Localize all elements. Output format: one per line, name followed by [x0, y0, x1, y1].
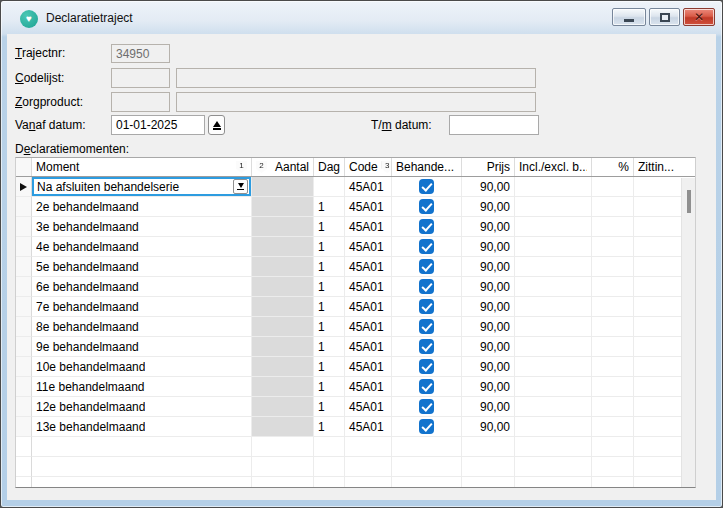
row-selector-cell[interactable] — [16, 397, 32, 417]
dropdown-button[interactable] — [233, 179, 248, 194]
column-header-code[interactable]: Code 3 — [345, 158, 392, 176]
table-row[interactable]: 11e behandelmaand 11e behandelmaand 1 45… — [16, 377, 695, 397]
cell-prijs[interactable]: 90,00 — [462, 337, 515, 357]
cell-dag[interactable]: 1 — [314, 397, 345, 417]
scrollbar-thumb[interactable] — [687, 190, 691, 213]
cell-zitting[interactable] — [634, 337, 682, 357]
cell-code[interactable]: 45A01 — [345, 177, 392, 197]
cell-zitting[interactable] — [634, 297, 682, 317]
cell-moment[interactable]: 12e behandelmaand 12e behandelmaand — [32, 397, 252, 417]
cell-aantal[interactable] — [252, 357, 314, 377]
empty-row[interactable] — [16, 437, 695, 457]
cell-percent[interactable] — [592, 237, 634, 257]
cell-moment[interactable]: 5e behandelmaand 5e behandelmaand — [32, 257, 252, 277]
column-header-incl-excl[interactable]: Incl./excl. b... — [515, 158, 592, 176]
row-selector-cell[interactable] — [16, 317, 32, 337]
cell-incl-excl[interactable] — [515, 297, 592, 317]
row-selector-cell[interactable] — [16, 197, 32, 217]
cell-code[interactable]: 45A01 — [345, 397, 392, 417]
cell-zitting[interactable] — [634, 277, 682, 297]
cell-prijs[interactable]: 90,00 — [462, 377, 515, 397]
row-selector-cell[interactable] — [16, 177, 32, 197]
cell-zitting[interactable] — [634, 317, 682, 337]
column-header-dag[interactable]: Dag — [314, 158, 345, 176]
table-row[interactable]: 3e behandelmaand 3e behandelmaand 1 45A0… — [16, 217, 695, 237]
cell-zitting[interactable] — [634, 197, 682, 217]
cell-percent[interactable] — [592, 257, 634, 277]
column-header-prijs[interactable]: Prijs — [462, 158, 515, 176]
cell-code[interactable]: 45A01 — [345, 237, 392, 257]
cell-aantal[interactable] — [252, 397, 314, 417]
cell-aantal[interactable] — [252, 317, 314, 337]
cell-zitting[interactable] — [634, 217, 682, 237]
cell-incl-excl[interactable] — [515, 417, 592, 437]
cell-zitting[interactable] — [634, 357, 682, 377]
cell-percent[interactable] — [592, 337, 634, 357]
cell-incl-excl[interactable] — [515, 237, 592, 257]
cell-moment[interactable]: 2e behandelmaand 2e behandelmaand — [32, 197, 252, 217]
cell-prijs[interactable]: 90,00 — [462, 357, 515, 377]
cell-moment[interactable]: Na afsluiten behandelserie Na afsluiten … — [32, 177, 252, 197]
cell-incl-excl[interactable] — [515, 217, 592, 237]
row-selector-cell[interactable] — [16, 277, 32, 297]
row-selector-cell[interactable] — [16, 337, 32, 357]
cell-moment[interactable]: 13e behandelmaand 13e behandelmaand — [32, 417, 252, 437]
behandeld-checkbox[interactable] — [419, 299, 434, 314]
cell-aantal[interactable] — [252, 377, 314, 397]
cell-dag[interactable]: 1 — [314, 417, 345, 437]
cell-percent[interactable] — [592, 177, 634, 197]
cell-behandeld[interactable] — [392, 297, 462, 317]
cell-behandeld[interactable] — [392, 197, 462, 217]
cell-prijs[interactable]: 90,00 — [462, 217, 515, 237]
cell-percent[interactable] — [592, 357, 634, 377]
cell-incl-excl[interactable] — [515, 337, 592, 357]
behandeld-checkbox[interactable] — [419, 239, 434, 254]
table-row[interactable]: 7e behandelmaand 7e behandelmaand 1 45A0… — [16, 297, 695, 317]
cell-dag[interactable]: 1 — [314, 197, 345, 217]
table-row[interactable]: 8e behandelmaand 8e behandelmaand 1 45A0… — [16, 317, 695, 337]
cell-prijs[interactable]: 90,00 — [462, 317, 515, 337]
cell-moment[interactable]: 11e behandelmaand 11e behandelmaand — [32, 377, 252, 397]
cell-percent[interactable] — [592, 417, 634, 437]
cell-code[interactable]: 45A01 — [345, 277, 392, 297]
cell-percent[interactable] — [592, 377, 634, 397]
cell-aantal[interactable] — [252, 197, 314, 217]
table-row[interactable]: Na afsluiten behandelserie Na afsluiten … — [16, 177, 695, 197]
behandeld-checkbox[interactable] — [419, 179, 434, 194]
cell-zitting[interactable] — [634, 237, 682, 257]
cell-behandeld[interactable] — [392, 257, 462, 277]
cell-code[interactable]: 45A01 — [345, 317, 392, 337]
minimize-button[interactable] — [612, 8, 646, 26]
cell-zitting[interactable] — [634, 397, 682, 417]
cell-zitting[interactable] — [634, 377, 682, 397]
cell-moment[interactable]: 10e behandelmaand 10e behandelmaand — [32, 357, 252, 377]
column-header-behandeld[interactable]: Behande... — [392, 158, 462, 176]
cell-incl-excl[interactable] — [515, 177, 592, 197]
behandeld-checkbox[interactable] — [419, 219, 434, 234]
cell-prijs[interactable]: 90,00 — [462, 277, 515, 297]
cell-behandeld[interactable] — [392, 337, 462, 357]
cell-dag[interactable]: 1 — [314, 257, 345, 277]
cell-behandeld[interactable] — [392, 277, 462, 297]
cell-aantal[interactable] — [252, 257, 314, 277]
cell-percent[interactable] — [592, 277, 634, 297]
cell-prijs[interactable]: 90,00 — [462, 417, 515, 437]
cell-dag[interactable] — [314, 177, 345, 197]
cell-behandeld[interactable] — [392, 177, 462, 197]
cell-incl-excl[interactable] — [515, 357, 592, 377]
row-selector-cell[interactable] — [16, 257, 32, 277]
row-selector-cell[interactable] — [16, 377, 32, 397]
cell-percent[interactable] — [592, 197, 634, 217]
cell-moment[interactable]: 3e behandelmaand 3e behandelmaand — [32, 217, 252, 237]
cell-aantal[interactable] — [252, 237, 314, 257]
vanaf-datum-input[interactable]: 01-01-2025 — [111, 115, 205, 135]
row-selector-cell[interactable] — [16, 417, 32, 437]
cell-behandeld[interactable] — [392, 357, 462, 377]
row-selector-cell[interactable] — [16, 217, 32, 237]
column-header-moment[interactable]: Moment 1 — [32, 158, 252, 176]
close-button[interactable]: ✕ — [683, 8, 715, 26]
cell-moment[interactable]: 9e behandelmaand 9e behandelmaand — [32, 337, 252, 357]
cell-aantal[interactable] — [252, 177, 314, 197]
cell-incl-excl[interactable] — [515, 257, 592, 277]
cell-code[interactable]: 45A01 — [345, 257, 392, 277]
